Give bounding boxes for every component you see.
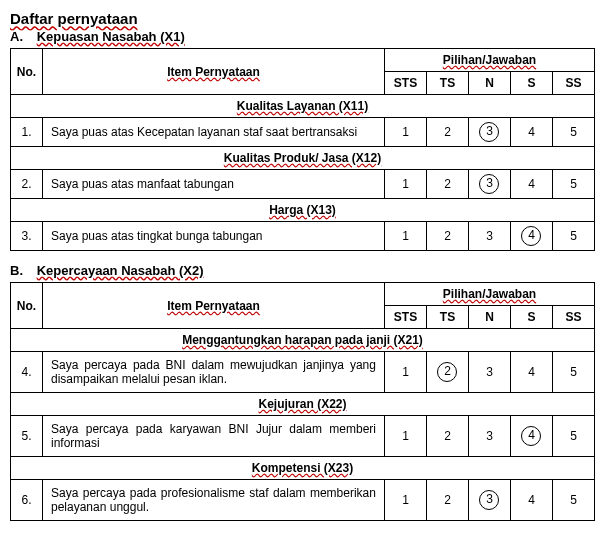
answer-cell[interactable]: 5	[552, 118, 594, 147]
answer-cell[interactable]: 5	[552, 222, 594, 251]
circled-answer: 3	[479, 490, 499, 510]
option-header: STS	[384, 306, 426, 329]
answer-cell[interactable]: 3	[468, 416, 510, 457]
answer-cell[interactable]: 4	[510, 222, 552, 251]
answer-cell[interactable]: 3	[468, 480, 510, 521]
question-text: Saya percaya pada karyawan BNI Jujur dal…	[43, 416, 385, 457]
answer-cell[interactable]: 3	[468, 118, 510, 147]
group-subheading-row: Kualitas Layanan (X11)	[11, 95, 595, 118]
group-subheading-row: Harga (X13)	[11, 199, 595, 222]
table-header-row: No. Item Pernyataan Pilihan/Jawaban	[11, 49, 595, 72]
question-text: Saya percaya pada profesionalisme staf d…	[43, 480, 385, 521]
question-text: Saya percaya pada BNI dalam mewujudkan j…	[43, 352, 385, 393]
answer-cell[interactable]: 2	[426, 416, 468, 457]
section-heading: A. Kepuasan Nasabah (X1)	[10, 29, 595, 44]
group-subheading: Menggantungkan harapan pada janji (X21)	[11, 329, 595, 352]
circled-answer: 3	[479, 122, 499, 142]
answer-cell[interactable]: 3	[468, 170, 510, 199]
option-header: STS	[384, 72, 426, 95]
answer-cell[interactable]: 2	[426, 352, 468, 393]
col-no-header: No.	[11, 49, 43, 95]
answer-cell[interactable]: 1	[384, 118, 426, 147]
answer-cell[interactable]: 2	[426, 222, 468, 251]
page-title: Daftar pernyataan	[10, 10, 595, 27]
answer-cell[interactable]: 1	[384, 416, 426, 457]
question-no: 2.	[11, 170, 43, 199]
col-no-header: No.	[11, 283, 43, 329]
option-header: SS	[552, 306, 594, 329]
section-letter: B.	[10, 263, 23, 278]
answer-cell[interactable]: 2	[426, 480, 468, 521]
answer-cell[interactable]: 5	[552, 352, 594, 393]
answer-cell[interactable]: 5	[552, 416, 594, 457]
answer-cell[interactable]: 3	[468, 352, 510, 393]
option-header: SS	[552, 72, 594, 95]
circled-answer: 4	[521, 226, 541, 246]
question-row: 6. Saya percaya pada profesionalisme sta…	[11, 480, 595, 521]
col-item-header: Item Pernyataan	[43, 283, 385, 329]
question-row: 1. Saya puas atas Kecepatan layanan staf…	[11, 118, 595, 147]
question-no: 4.	[11, 352, 43, 393]
circled-answer: 2	[437, 362, 457, 382]
table-header-row: No. Item Pernyataan Pilihan/Jawaban	[11, 283, 595, 306]
question-row: 3. Saya puas atas tingkat bunga tabungan…	[11, 222, 595, 251]
group-subheading-row: Kompetensi (X23)	[11, 457, 595, 480]
question-row: 4. Saya percaya pada BNI dalam mewujudka…	[11, 352, 595, 393]
section-letter: A.	[10, 29, 23, 44]
circled-answer: 3	[479, 174, 499, 194]
answer-cell[interactable]: 5	[552, 170, 594, 199]
section-title: Kepercayaan Nasabah (X2)	[37, 263, 204, 278]
question-text: Saya puas atas Kecepatan layanan staf sa…	[43, 118, 385, 147]
options-header: Pilihan/Jawaban	[384, 283, 594, 306]
question-row: 2. Saya puas atas manfaat tabungan12345	[11, 170, 595, 199]
option-header: N	[468, 306, 510, 329]
question-no: 6.	[11, 480, 43, 521]
group-subheading: Kualitas Layanan (X11)	[11, 95, 595, 118]
answer-cell[interactable]: 4	[510, 170, 552, 199]
group-subheading: Kompetensi (X23)	[11, 457, 595, 480]
group-subheading-row: Kejujuran (X22)	[11, 393, 595, 416]
group-subheading: Kejujuran (X22)	[11, 393, 595, 416]
group-subheading: Kualitas Produk/ Jasa (X12)	[11, 147, 595, 170]
answer-cell[interactable]: 3	[468, 222, 510, 251]
answer-cell[interactable]: 4	[510, 352, 552, 393]
option-header: S	[510, 72, 552, 95]
questionnaire-table: No. Item Pernyataan Pilihan/Jawaban STST…	[10, 48, 595, 251]
option-header: TS	[426, 306, 468, 329]
options-header: Pilihan/Jawaban	[384, 49, 594, 72]
question-row: 5. Saya percaya pada karyawan BNI Jujur …	[11, 416, 595, 457]
answer-cell[interactable]: 2	[426, 170, 468, 199]
answer-cell[interactable]: 4	[510, 416, 552, 457]
question-text: Saya puas atas manfaat tabungan	[43, 170, 385, 199]
question-no: 1.	[11, 118, 43, 147]
answer-cell[interactable]: 4	[510, 480, 552, 521]
group-subheading-row: Kualitas Produk/ Jasa (X12)	[11, 147, 595, 170]
circled-answer: 4	[521, 426, 541, 446]
answer-cell[interactable]: 4	[510, 118, 552, 147]
answer-cell[interactable]: 1	[384, 480, 426, 521]
answer-cell[interactable]: 1	[384, 352, 426, 393]
option-header: S	[510, 306, 552, 329]
answer-cell[interactable]: 1	[384, 222, 426, 251]
question-no: 3.	[11, 222, 43, 251]
group-subheading-row: Menggantungkan harapan pada janji (X21)	[11, 329, 595, 352]
answer-cell[interactable]: 1	[384, 170, 426, 199]
option-header: N	[468, 72, 510, 95]
answer-cell[interactable]: 2	[426, 118, 468, 147]
option-header: TS	[426, 72, 468, 95]
question-no: 5.	[11, 416, 43, 457]
questionnaire-table: No. Item Pernyataan Pilihan/Jawaban STST…	[10, 282, 595, 521]
group-subheading: Harga (X13)	[11, 199, 595, 222]
col-item-header: Item Pernyataan	[43, 49, 385, 95]
answer-cell[interactable]: 5	[552, 480, 594, 521]
section-heading: B. Kepercayaan Nasabah (X2)	[10, 263, 595, 278]
question-text: Saya puas atas tingkat bunga tabungan	[43, 222, 385, 251]
section-title: Kepuasan Nasabah (X1)	[37, 29, 185, 44]
